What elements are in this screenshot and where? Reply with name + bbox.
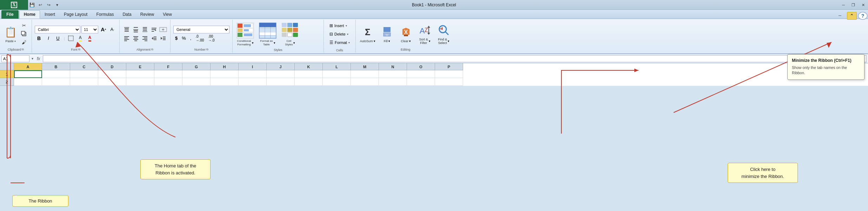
cell-e2[interactable] [126, 78, 154, 86]
alignment-expand-button[interactable]: ⧉ [151, 48, 153, 51]
sort-filter-arrow[interactable]: ▾ [429, 39, 430, 43]
cell-b2[interactable] [42, 78, 70, 86]
window-restore-button[interactable]: ❐ [848, 0, 858, 10]
tab-home[interactable]: Home [19, 10, 40, 19]
col-header-o[interactable]: O [407, 63, 435, 70]
col-header-h[interactable]: H [211, 63, 239, 70]
cell-d1[interactable] [98, 70, 126, 78]
align-middle-button[interactable] [132, 26, 140, 33]
cell-i1[interactable] [239, 70, 267, 78]
cell-i2[interactable] [239, 78, 267, 86]
cell-e1[interactable] [126, 70, 154, 78]
conditional-formatting-arrow[interactable]: ▾ [252, 41, 254, 45]
col-header-f[interactable]: F [154, 63, 182, 70]
col-header-n[interactable]: N [379, 63, 407, 70]
fill-color-button[interactable]: A [76, 34, 85, 42]
decrease-decimal-button[interactable]: .00→.0 [206, 34, 216, 42]
cell-c1[interactable] [70, 70, 98, 78]
col-header-i[interactable]: I [239, 63, 267, 70]
format-painter-button[interactable]: 🖌 [19, 38, 29, 46]
tab-file[interactable]: File [1, 10, 19, 19]
cell-j2[interactable] [267, 78, 295, 86]
cell-p1[interactable] [435, 70, 463, 78]
tab-review[interactable]: Review [136, 10, 158, 19]
col-header-m[interactable]: M [351, 63, 379, 70]
percent-button[interactable]: % [180, 34, 188, 42]
cell-f1[interactable] [154, 70, 182, 78]
cell-o2[interactable] [407, 78, 435, 86]
name-box[interactable]: A1 [1, 55, 29, 62]
align-top-button[interactable] [122, 26, 131, 33]
find-select-arrow[interactable]: ▾ [448, 39, 449, 43]
fill-arrow[interactable]: ▾ [388, 39, 390, 43]
minimize-ribbon-button[interactable]: ⌃ [847, 12, 857, 20]
font-shrink-button[interactable]: A- [108, 26, 116, 33]
formula-input[interactable] [43, 55, 867, 62]
col-header-b[interactable]: B [42, 63, 70, 70]
cell-h1[interactable] [211, 70, 239, 78]
font-expand-button[interactable]: ⧉ [78, 48, 80, 51]
col-header-k[interactable]: K [295, 63, 323, 70]
autosum-button[interactable]: Σ AutoSum ▾ [359, 24, 377, 44]
undo-button[interactable]: ↩ [36, 1, 44, 9]
col-header-c[interactable]: C [70, 63, 98, 70]
tab-insert[interactable]: Insert [40, 10, 59, 19]
cell-p2[interactable] [435, 78, 463, 86]
increase-indent-button[interactable] [159, 34, 167, 42]
cell-d2[interactable] [98, 78, 126, 86]
insert-cells-button[interactable]: ⊞ Insert ▾ [328, 22, 351, 30]
format-cells-button[interactable]: ☰ Format ▾ [328, 39, 351, 46]
merge-center-button[interactable]: ⇔ [159, 26, 167, 33]
sort-filter-button[interactable]: AZ Sort &Filter ▾ [416, 22, 434, 45]
format-cells-arrow[interactable]: ▾ [348, 41, 350, 44]
cell-g2[interactable] [182, 78, 211, 86]
italic-button[interactable]: I [44, 34, 53, 42]
cell-n2[interactable] [379, 78, 407, 86]
number-format-select[interactable]: General [173, 26, 229, 33]
increase-decimal-button[interactable]: .0→.00 [194, 34, 206, 42]
align-center-button[interactable] [132, 34, 140, 42]
cell-styles-arrow[interactable]: ▾ [293, 41, 295, 45]
copy-button[interactable] [19, 30, 29, 38]
ribbon-window-minimize-button[interactable]: ─ [835, 11, 845, 20]
cell-o1[interactable] [407, 70, 435, 78]
cell-k1[interactable] [295, 70, 323, 78]
format-as-table-button[interactable]: Format asTable ▾ [257, 21, 278, 47]
cell-styles-button[interactable]: CellStyles ▾ [280, 21, 301, 47]
accounting-format-button[interactable]: $ [173, 34, 179, 42]
cell-n1[interactable] [379, 70, 407, 78]
cell-h2[interactable] [211, 78, 239, 86]
cell-a2[interactable] [14, 78, 42, 86]
border-button[interactable] [67, 34, 75, 42]
clipboard-expand-button[interactable]: ⧉ [22, 48, 24, 51]
autosum-arrow[interactable]: ▾ [374, 39, 375, 43]
conditional-formatting-button[interactable]: ConditionalFormatting ▾ [235, 21, 256, 47]
number-expand-button[interactable]: ⧉ [206, 48, 208, 51]
col-header-l[interactable]: L [323, 63, 351, 70]
col-header-j[interactable]: J [267, 63, 295, 70]
cell-l1[interactable] [323, 70, 351, 78]
wrap-text-button[interactable] [150, 26, 158, 33]
font-size-select[interactable]: 11 [81, 26, 98, 33]
tab-page-layout[interactable]: Page Layout [60, 10, 92, 19]
bold-button[interactable]: B [35, 34, 43, 42]
tab-data[interactable]: Data [118, 10, 135, 19]
font-grow-button[interactable]: A+ [99, 26, 108, 33]
row-header-2[interactable]: 2 [0, 78, 14, 86]
window-minimize-button[interactable]: ─ [839, 0, 848, 10]
comma-button[interactable]: , [188, 34, 193, 42]
col-header-g[interactable]: G [182, 63, 211, 70]
format-as-table-arrow[interactable]: ▾ [274, 41, 275, 45]
font-color-button[interactable]: A [86, 34, 94, 42]
col-header-p[interactable]: P [435, 63, 463, 70]
cell-c2[interactable] [70, 78, 98, 86]
delete-cells-button[interactable]: ⊟ Delete ▾ [328, 30, 351, 38]
cell-g1[interactable] [182, 70, 211, 78]
cell-k2[interactable] [295, 78, 323, 86]
clear-button[interactable]: Clear ▾ [397, 24, 415, 44]
delete-cells-arrow[interactable]: ▾ [347, 33, 348, 36]
customize-quickaccess-button[interactable]: ▾ [53, 1, 61, 9]
cell-b1[interactable] [42, 70, 70, 78]
cell-l2[interactable] [323, 78, 351, 86]
name-box-dropdown[interactable]: ▾ [31, 57, 34, 60]
